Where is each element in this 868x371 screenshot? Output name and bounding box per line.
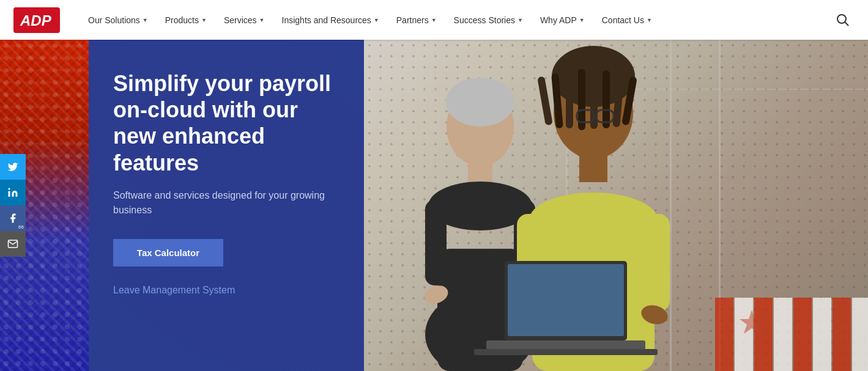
facebook-icon (7, 213, 18, 224)
nav-item-why-adp[interactable]: Why ADP ▼ (532, 0, 593, 40)
social-sidebar: 66 (0, 40, 26, 371)
nav-item-products[interactable]: Products ▼ (157, 0, 215, 40)
leave-management-link[interactable]: Leave Management System (113, 285, 339, 296)
nav-item-contact-us[interactable]: Contact Us ▼ (593, 0, 661, 40)
hero-headline: Simplify your payroll on-cloud with our … (113, 70, 339, 176)
logo-area[interactable]: ADP (12, 7, 61, 34)
nav-item-insights-resources[interactable]: Insights and Resources ▼ (273, 0, 388, 40)
nav-item-services[interactable]: Services ▼ (215, 0, 273, 40)
svg-point-35 (529, 193, 658, 248)
chevron-down-icon: ▼ (431, 17, 437, 23)
search-icon (836, 13, 850, 27)
svg-rect-50 (833, 298, 851, 371)
nav-item-success-stories[interactable]: Success Stories ▼ (445, 0, 532, 40)
hero-section: 66 Simplify your payroll on-cloud with o… (0, 40, 868, 371)
svg-rect-51 (852, 298, 868, 371)
svg-text:ADP: ADP (20, 12, 52, 29)
main-nav: Our Solutions ▼ Products ▼ Services ▼ In… (80, 0, 830, 40)
chevron-down-icon: ▼ (579, 17, 585, 23)
svg-rect-28 (603, 70, 610, 128)
svg-rect-25 (566, 70, 573, 128)
svg-rect-43 (474, 349, 658, 355)
tax-calculator-button[interactable]: Tax Calculator (113, 239, 223, 266)
svg-point-8 (9, 188, 10, 190)
facebook-share-button[interactable]: 66 (0, 205, 26, 231)
chevron-down-icon: ▼ (259, 17, 265, 23)
svg-rect-44 (715, 298, 733, 371)
nav-item-partners[interactable]: Partners ▼ (388, 0, 445, 40)
laptop (474, 261, 658, 359)
linkedin-share-button[interactable] (0, 180, 26, 205)
svg-rect-41 (508, 264, 624, 336)
hero-image-area (364, 40, 868, 371)
adp-logo: ADP (12, 7, 61, 34)
hero-content-box: Simplify your payroll on-cloud with our … (89, 40, 364, 371)
svg-rect-47 (774, 298, 792, 371)
svg-rect-48 (793, 298, 812, 371)
twitter-share-button[interactable] (0, 154, 26, 180)
adp-logo-svg: ADP (15, 9, 58, 32)
twitter-icon (7, 161, 18, 172)
svg-rect-46 (754, 298, 773, 371)
svg-line-3 (845, 22, 848, 26)
chevron-down-icon: ▼ (517, 17, 523, 23)
svg-rect-45 (735, 298, 753, 371)
svg-rect-49 (813, 298, 831, 371)
chevron-down-icon: ▼ (201, 17, 207, 23)
hero-subtext: Software and services designed for your … (113, 188, 339, 218)
chevron-down-icon: ▼ (647, 17, 652, 23)
email-icon (7, 238, 18, 249)
decorative-stripes (715, 298, 868, 371)
hero-photo (364, 40, 868, 371)
linkedin-icon (7, 187, 18, 198)
email-share-button[interactable] (0, 231, 26, 257)
svg-rect-15 (425, 200, 447, 285)
facebook-count: 66 (18, 224, 24, 230)
nav-item-our-solutions[interactable]: Our Solutions ▼ (80, 0, 157, 40)
search-button[interactable] (830, 0, 856, 40)
svg-point-2 (837, 15, 846, 23)
svg-rect-42 (486, 340, 645, 350)
svg-rect-34 (579, 155, 607, 182)
chevron-down-icon: ▼ (143, 17, 148, 23)
svg-rect-23 (537, 76, 553, 126)
chevron-down-icon: ▼ (374, 17, 379, 23)
header: ADP Our Solutions ▼ Products ▼ Services … (0, 0, 868, 40)
